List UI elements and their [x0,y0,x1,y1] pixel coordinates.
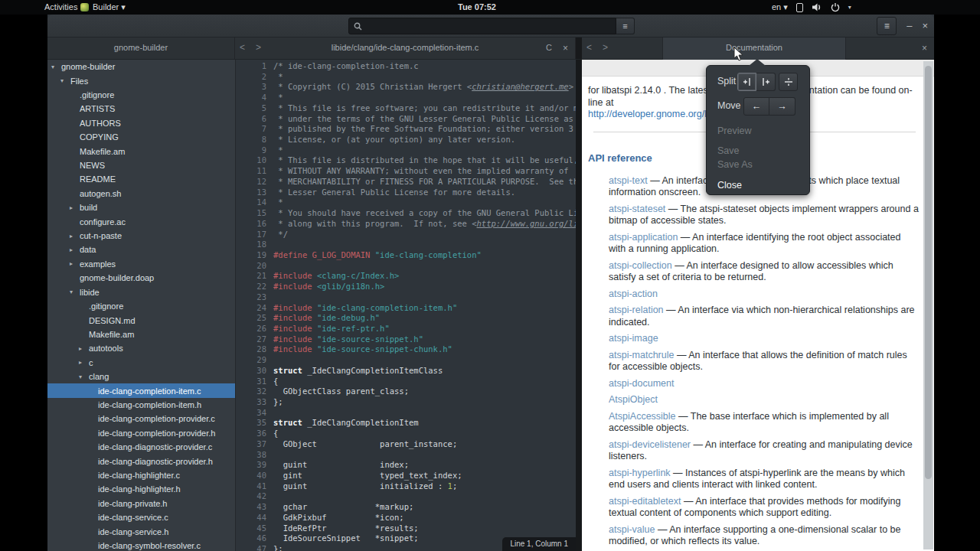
code-line[interactable]: * This file is distributed in the hope t… [273,155,576,166]
code-line[interactable]: }; [273,397,576,408]
code-line[interactable]: * published by the Free Software Foundat… [273,124,576,135]
code-line[interactable] [273,240,576,250]
code-line[interactable]: #include <clang-c/Index.h> [273,271,576,282]
code-line[interactable]: * WITHOUT ANY WARRANTY; without even the… [273,166,576,177]
code-line[interactable]: GdkPixbuf *icon; [273,513,576,523]
system-status-area[interactable]: en ▾ ▾ [772,2,851,13]
menu-item-close[interactable]: Close [717,180,742,191]
code-line[interactable]: GObject parent_instance; [273,439,576,450]
window-menu-button[interactable]: ≡ [877,17,897,35]
tree-item-Files[interactable]: ▾Files [47,73,235,87]
code-line[interactable]: * [273,72,576,83]
tree-item-ide-clang-private.h[interactable]: ide-clang-private.h [47,497,235,510]
code-line[interactable]: struct _IdeClangCompletionItemClass [273,366,576,377]
doc-link-atspi-text[interactable]: atspi-text [609,175,648,186]
doc-scrollbar[interactable] [923,61,933,549]
tree-item-autotools[interactable]: ▸autotools [47,341,235,355]
code-line[interactable]: * MERCHANTABILITY or FITNESS FOR A PARTI… [273,177,576,187]
code-line[interactable] [273,261,576,272]
doc-close-icon[interactable]: × [922,43,927,54]
expander-closed-icon[interactable]: ▸ [70,260,80,267]
code-line[interactable]: * This file is free software; you can re… [273,103,576,114]
code-line[interactable] [273,491,576,502]
split-down-button[interactable] [779,73,798,91]
code-line[interactable]: * along with this program. If not, see <… [273,219,576,230]
code-line[interactable]: { [273,429,576,439]
doc-link-atspi-matchrule[interactable]: atspi-matchrule [609,350,674,360]
doc-link-atspi-application[interactable]: atspi-application [609,232,678,243]
move-left-button[interactable]: ← [743,97,769,116]
app-menu[interactable]: Builder ▾ [80,2,126,13]
tree-item-gnome-builder[interactable]: ▾gnome-builder [47,60,235,73]
search-options-button[interactable]: ≡ [616,18,635,34]
editor-close-icon[interactable]: × [563,43,568,54]
doc-link-atspi-relation[interactable]: atspi-relation [609,305,664,315]
code-line[interactable]: * Copyright (C) 2015 Christian Hergert <… [273,82,576,93]
doc-link-AtspiObject[interactable]: AtspiObject [609,394,658,405]
clock[interactable]: Tue 07:52 [458,2,496,13]
activities-button[interactable]: Activities [44,2,77,13]
forward-icon[interactable]: > [603,42,619,53]
tree-item-ide-clang-completion-provider.h[interactable]: ide-clang-completion-provider.h [47,426,235,440]
doc-link-AtspiAccessible[interactable]: AtspiAccessible [609,411,676,422]
minimize-button[interactable]: – [906,17,912,35]
tree-item-Makefile.am[interactable]: Makefile.am [47,328,235,341]
code-line[interactable]: IdeRefPtr *results; [273,523,576,534]
tree-item-.gitignore[interactable]: .gitignore [47,88,235,102]
expander-closed-icon[interactable]: ▸ [70,233,80,240]
back-icon[interactable]: < [586,42,603,53]
code-line[interactable] [273,355,576,366]
code-line[interactable] [273,450,576,461]
doc-link-atspi-value[interactable]: atspi-value [609,524,655,535]
expander-closed-icon[interactable]: ▸ [79,345,89,352]
tree-item-DESIGN.md[interactable]: DESIGN.md [47,313,235,327]
close-button[interactable]: × [922,17,928,35]
tree-item-AUTHORS[interactable]: AUTHORS [47,116,235,130]
split-right-button[interactable] [756,73,776,91]
tree-item-README[interactable]: README [47,172,235,186]
tree-item-data[interactable]: ▸data [47,243,235,256]
tree-item-ide-clang-symbol-resolver.c[interactable]: ide-clang-symbol-resolver.c [47,539,235,551]
tree-item-COPYING[interactable]: COPYING [47,130,235,144]
code-line[interactable]: struct _IdeClangCompletionItem [273,418,576,429]
expander-closed-icon[interactable]: ▸ [70,204,80,211]
tree-item-NEWS[interactable]: NEWS [47,158,235,172]
tree-item-ide-clang-completion-item.h[interactable]: ide-clang-completion-item.h [47,398,235,412]
tree-item-build[interactable]: ▸build [47,201,235,214]
tree-item-ide-clang-completion-provider.c[interactable]: ide-clang-completion-provider.c [47,412,235,425]
tree-item-ide-clang-service.h[interactable]: ide-clang-service.h [47,524,235,538]
documentation-tab[interactable]: Documentation [662,37,846,60]
expander-open-icon[interactable]: ▾ [79,373,89,380]
editor-tab[interactable]: <> libide/clang/ide-clang-completion-ite… [235,37,576,59]
tree-item-ide-clang-highlighter.h[interactable]: ide-clang-highlighter.h [47,482,235,496]
code-line[interactable] [273,292,576,303]
code-line[interactable]: gchar *markup; [273,502,576,513]
tree-item-gnome-builder.doap[interactable]: gnome-builder.doap [47,271,235,285]
search-input[interactable] [348,18,616,34]
split-left-button[interactable] [737,73,756,91]
code-line[interactable]: * under the terms of the GNU Lesser Gene… [273,114,576,125]
pane-divider[interactable] [576,37,582,59]
code-line[interactable]: GObjectClass parent_class; [273,386,576,397]
tree-item-ide-clang-service.c[interactable]: ide-clang-service.c [47,510,235,524]
doc-link-atspi-document[interactable]: atspi-document [609,378,674,389]
expander-closed-icon[interactable]: ▸ [70,246,80,253]
keyboard-layout-indicator[interactable]: en ▾ [772,2,788,13]
doc-link-atspi-hyperlink[interactable]: atspi-hyperlink [609,468,671,478]
tree-item-ide-clang-highlighter.c[interactable]: ide-clang-highlighter.c [47,468,235,482]
doc-link-atspi-image[interactable]: atspi-image [609,333,658,344]
expander-closed-icon[interactable]: ▸ [79,359,89,366]
tree-item-clang[interactable]: ▾clang [47,370,235,383]
doc-link-atspi-action[interactable]: atspi-action [609,289,658,299]
pane-divider[interactable] [576,60,582,551]
doc-link-atspi-stateset[interactable]: atspi-stateset [609,204,665,214]
tree-item-examples[interactable]: ▸examples [47,257,235,271]
source-code[interactable]: /* ide-clang-completion-item.c * * Copyr… [266,61,576,551]
tree-item-cut-n-paste[interactable]: ▸cut-n-paste [47,229,235,243]
expander-open-icon[interactable]: ▾ [70,289,80,295]
code-line[interactable]: #include "ide-source-snippet-chunk.h" [273,344,576,355]
doc-link-atspi-collection[interactable]: atspi-collection [609,260,672,271]
code-line[interactable]: #include "ide-source-snippet.h" [273,334,576,345]
tree-item-ide-clang-diagnostic-provider.c[interactable]: ide-clang-diagnostic-provider.c [47,440,235,454]
move-right-button[interactable]: → [769,97,795,116]
